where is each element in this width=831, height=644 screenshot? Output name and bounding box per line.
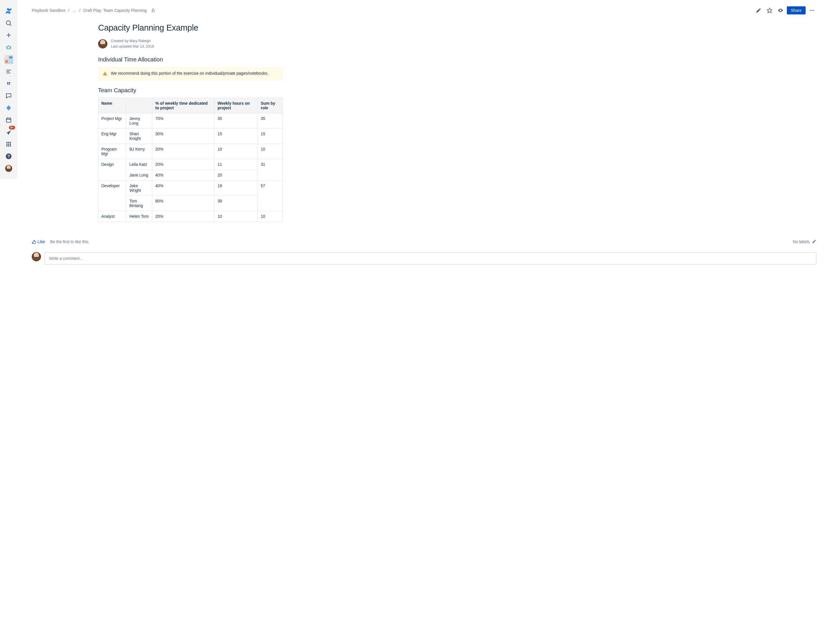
notifications-icon[interactable]: 9+ [3,126,14,138]
edit-labels-icon[interactable] [812,239,817,245]
help-icon[interactable]: ? [3,151,14,162]
byline: Created by Mary Raleigh Last updated Mar… [98,38,283,49]
author-avatar[interactable] [98,39,107,48]
comment-row [32,252,817,265]
svg-line-7 [10,46,11,47]
breadcrumb-page[interactable]: Draft Play: Team Capacity Planning [83,8,147,13]
svg-rect-21 [10,142,11,143]
main-content: Playbook Sandbox / … / Draft Play: Team … [18,0,831,644]
svg-point-4 [7,46,10,49]
svg-line-1 [10,24,11,26]
svg-point-0 [6,21,10,25]
quote-icon[interactable] [3,78,14,89]
svg-text:?: ? [8,154,10,159]
create-icon[interactable] [3,29,14,41]
th-hours: Weekly hours on project [214,98,258,113]
svg-rect-22 [6,144,8,145]
unlocked-icon[interactable] [151,8,156,13]
table-row: Design Leila Katz 20% 11 31 [99,159,283,170]
svg-rect-24 [10,144,11,145]
warning-icon [103,71,107,77]
comment-input[interactable] [45,252,817,265]
like-note: Be the first to like this [50,239,89,244]
like-button[interactable]: Like [32,239,45,244]
table-row: Analyst Helen Tom 20% 10 10 [99,211,283,221]
share-button[interactable]: Share [787,6,806,14]
breadcrumb-space[interactable]: Playbook Sandbox [32,8,65,13]
th-percent: % of weekly time dedicated to project [152,98,215,113]
edit-icon[interactable] [754,6,763,15]
breadcrumb-separator: / [78,8,82,13]
th-sum: Sum by role [258,98,282,113]
more-icon[interactable] [807,6,817,15]
th-name: Name [99,98,126,113]
calendar-icon[interactable] [3,114,14,126]
apps-icon[interactable] [3,138,14,150]
global-sidebar: 9+ ? [0,0,18,179]
svg-line-6 [6,46,7,47]
warning-panel: We recommend doing this portion of the e… [98,67,283,81]
footer-row: Like Be the first to like this No labels [32,239,817,245]
svg-line-9 [10,48,11,49]
comment-icon[interactable] [3,90,14,102]
page-actions: Share [754,6,817,15]
diamond-icon[interactable] [3,102,14,114]
like-label: Like [38,239,45,244]
profile-avatar[interactable] [3,163,14,174]
topbar: Playbook Sandbox / … / Draft Play: Team … [32,6,817,15]
svg-rect-15 [6,118,11,122]
warning-text: We recommend doing this portion of the e… [111,71,268,76]
svg-rect-20 [8,142,9,143]
last-updated: Last updated Mar 13, 2019 [111,44,154,49]
svg-point-34 [813,10,814,11]
watch-icon[interactable] [776,6,785,15]
align-left-icon[interactable] [3,66,14,77]
svg-rect-25 [6,145,8,146]
svg-rect-27 [10,145,11,146]
search-icon[interactable] [3,17,14,29]
svg-marker-31 [767,8,772,13]
space-icon[interactable] [3,54,14,65]
current-user-avatar[interactable] [32,252,41,261]
svg-point-33 [811,10,812,11]
svg-rect-26 [8,145,9,146]
page-title: Capacity Planning Example [98,23,283,33]
created-by: Created by Mary Raleigh [111,38,154,44]
svg-rect-19 [6,142,8,143]
svg-rect-30 [152,10,154,12]
breadcrumb-ellipsis[interactable]: … [72,8,76,13]
confluence-logo[interactable] [3,5,14,17]
table-row: Program Mgr BJ Kerry 20% 10 10 [99,144,283,159]
notification-badge: 9+ [9,126,15,129]
th-blank [126,98,152,113]
table-row: Project Mgr Jenny Long 70% 35 35 [99,113,283,128]
no-labels: No labels [793,239,810,244]
section-team: Team Capacity [98,87,283,94]
svg-rect-23 [8,144,9,145]
capacity-table: Name % of weekly time dedicated to proje… [98,98,283,222]
bug-icon[interactable] [3,41,14,53]
svg-line-8 [6,48,7,49]
svg-point-32 [810,10,811,11]
section-individual: Individual Time Allocation [98,56,283,63]
table-row: Developer Jake Wright 40% 18 57 [99,180,283,196]
breadcrumb-separator: / [67,8,71,13]
table-row: Eng Mgr Shari Knight 30% 15 15 [99,128,283,144]
breadcrumbs: Playbook Sandbox / … / Draft Play: Team … [32,8,156,13]
star-icon[interactable] [765,6,774,15]
